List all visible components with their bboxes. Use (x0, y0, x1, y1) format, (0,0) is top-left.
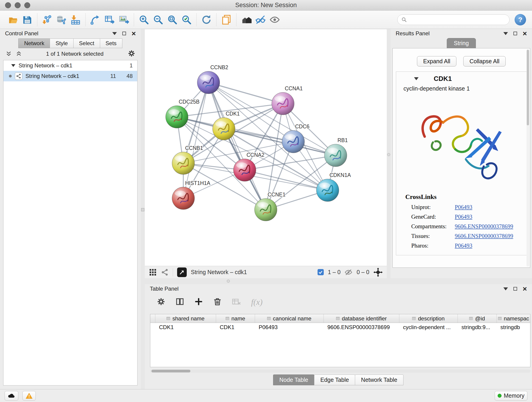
float-panel-icon[interactable] (503, 287, 508, 290)
tab-node-table[interactable]: Node Table (273, 375, 314, 385)
network-node-CDK1[interactable] (213, 118, 235, 140)
column-header-canonical-name[interactable]: canonical name (255, 314, 324, 323)
right-splitter[interactable] (387, 29, 391, 278)
crosslink-value-link[interactable]: P06493 (455, 204, 472, 211)
column-header-description[interactable]: description (399, 314, 458, 323)
expand-all-icon[interactable] (16, 51, 22, 57)
network-node-CDKN1A[interactable] (317, 179, 339, 201)
tab-string[interactable]: String (447, 38, 476, 48)
zoom-in-button[interactable] (137, 13, 151, 27)
save-session-button[interactable] (20, 13, 34, 27)
hidden-eye-icon[interactable] (345, 268, 352, 276)
grid-view-icon[interactable] (149, 268, 157, 276)
help-button[interactable]: ? (515, 14, 526, 26)
zoom-selected-button[interactable] (179, 13, 194, 27)
add-column-plus-icon[interactable] (194, 297, 203, 307)
section-collapse-icon[interactable] (414, 77, 418, 80)
scrollbar-thumb[interactable] (152, 370, 190, 372)
delete-column-trash-icon[interactable] (213, 297, 222, 307)
table-settings-gear-icon[interactable] (157, 297, 165, 307)
close-window-button[interactable] (5, 2, 11, 8)
close-panel-icon[interactable]: × (523, 30, 527, 37)
table-cell[interactable]: P06493 (255, 323, 324, 332)
table-cell[interactable]: CDK1 (155, 323, 216, 332)
network-share-icon[interactable] (161, 268, 169, 276)
tab-edge-table[interactable]: Edge Table (314, 375, 355, 385)
network-node-CCNB2[interactable] (197, 71, 220, 94)
birdseye-view-button[interactable] (177, 268, 187, 277)
network-node-CCNA2[interactable] (234, 159, 256, 181)
collapse-all-icon[interactable] (6, 51, 12, 57)
table-row[interactable]: CDK1CDK1P064939606.ENSP00000378699cyclin… (150, 323, 530, 332)
tab-network-table[interactable]: Network Table (355, 375, 404, 385)
table-cell[interactable]: stringdb (497, 323, 530, 332)
control-tab-select[interactable]: Select (73, 38, 100, 48)
zoom-window-button[interactable] (24, 2, 30, 8)
control-tab-network[interactable]: Network (18, 38, 50, 48)
memory-button[interactable]: Memory (495, 391, 527, 401)
maximize-panel-icon[interactable] (513, 287, 517, 291)
control-tab-sets[interactable]: Sets (100, 38, 122, 48)
crosslink-value-link[interactable]: 9606.ENSP00000378699 (455, 233, 513, 239)
bottom-splitter[interactable] (141, 278, 532, 284)
cloud-status-button[interactable] (5, 391, 18, 401)
import-table-button[interactable] (69, 13, 83, 27)
export-image-button[interactable] (117, 13, 131, 27)
crosslink-value-link[interactable]: 9606.ENSP00000378699 (455, 223, 513, 230)
zoom-fit-button[interactable] (165, 13, 179, 27)
network-node-CCNE1[interactable] (254, 198, 277, 221)
network-node-RB1[interactable] (324, 144, 347, 167)
import-network-file-button[interactable] (40, 13, 54, 27)
maximize-panel-icon[interactable] (513, 32, 517, 35)
network-canvas[interactable]: CCNB2CCNA1CDC25BCDK1CDC6RB1CCNB1CCNA2CDK… (145, 29, 387, 266)
minimize-window-button[interactable] (15, 2, 21, 8)
show-columns-icon[interactable] (176, 297, 184, 307)
zoom-out-button[interactable] (151, 13, 165, 27)
scrollbar-thumb[interactable] (527, 50, 529, 125)
close-panel-icon[interactable]: × (523, 285, 527, 293)
search-input[interactable] (409, 17, 501, 23)
close-panel-icon[interactable]: × (132, 30, 136, 37)
network-node-CCNA1[interactable] (272, 92, 294, 115)
expand-all-button[interactable]: Expand All (417, 56, 456, 66)
duplicate-network-button[interactable] (219, 13, 234, 27)
crosslink-value-link[interactable]: P06493 (455, 242, 472, 249)
float-panel-icon[interactable] (503, 32, 508, 35)
crosslink-value-link[interactable]: P06493 (455, 214, 472, 220)
network-node-CCNB1[interactable] (172, 152, 195, 174)
fit-content-crosshair-icon[interactable] (374, 268, 383, 277)
network-node-CDC6[interactable] (282, 130, 304, 153)
column-header-database-identifier[interactable]: database identifier (324, 314, 399, 323)
home-button[interactable] (239, 13, 253, 27)
column-header-name[interactable]: name (216, 314, 255, 323)
table-cell[interactable]: stringdb:9... (458, 323, 497, 332)
show-details-button[interactable] (268, 13, 282, 27)
network-node-HIST1H1A[interactable] (172, 187, 195, 210)
column-header-namespac[interactable]: namespac (497, 314, 530, 323)
selected-checkbox-icon[interactable] (317, 269, 324, 275)
export-table-button[interactable] (103, 13, 117, 27)
table-cell[interactable]: cyclin-dependent ... (399, 323, 458, 332)
collapse-all-button[interactable]: Collapse All (463, 56, 506, 66)
column-header--id[interactable]: @id (458, 314, 497, 323)
float-panel-icon[interactable] (112, 32, 117, 35)
network-tools-button[interactable] (89, 13, 103, 27)
open-session-button[interactable] (6, 13, 20, 27)
maximize-panel-icon[interactable] (122, 32, 126, 35)
control-tab-style[interactable]: Style (50, 38, 73, 48)
results-scrollbar[interactable] (526, 49, 529, 267)
table-cell[interactable]: 9606.ENSP00000378699 (324, 323, 399, 332)
network-edge-CDK1-RB1[interactable] (224, 129, 336, 155)
table-cell[interactable]: CDK1 (216, 323, 255, 332)
column-header-shared-name[interactable]: shared name (155, 314, 216, 323)
network-collection-row[interactable]: String Network – cdk1 1 (3, 60, 137, 71)
toggle-graphics-details-button[interactable] (253, 13, 268, 27)
splitter-handle[interactable] (141, 208, 144, 211)
warnings-button[interactable] (22, 391, 36, 401)
table-horizontal-scrollbar[interactable] (150, 370, 530, 373)
network-options-gear-icon[interactable] (128, 50, 135, 58)
refresh-network-button[interactable] (199, 13, 214, 27)
splitter-handle[interactable] (387, 153, 390, 156)
splitter-handle[interactable] (227, 280, 230, 283)
tree-expander-icon[interactable] (11, 64, 15, 67)
